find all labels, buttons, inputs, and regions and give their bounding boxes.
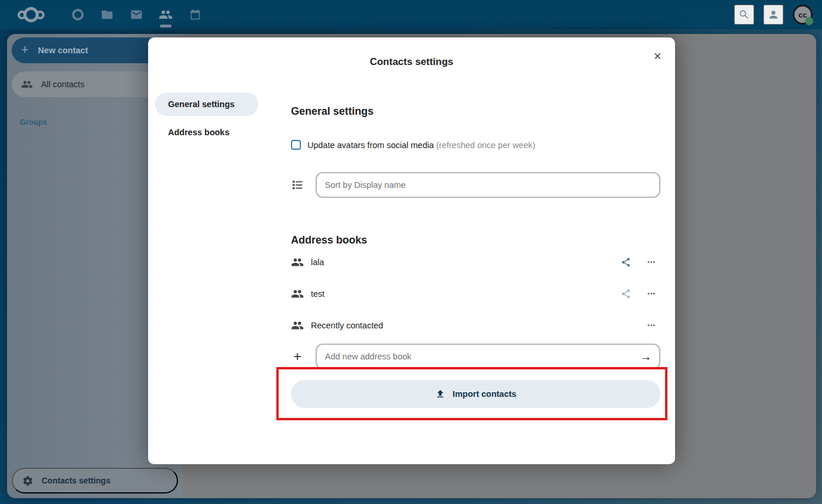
- top-bar-right: cc: [734, 5, 813, 25]
- address-book-row: Recently contacted •••: [291, 310, 660, 341]
- contacts-menu-button[interactable]: [763, 5, 783, 25]
- upload-icon: [435, 389, 446, 399]
- sort-contacts-row: Sort by Display name: [291, 172, 660, 198]
- user-avatar[interactable]: cc: [793, 5, 813, 25]
- modal-body: General settings Address books General s…: [148, 92, 675, 408]
- close-icon[interactable]: ✕: [649, 48, 666, 64]
- import-contacts-button[interactable]: Import contacts: [291, 380, 660, 408]
- nextcloud-logo-icon[interactable]: [13, 7, 49, 22]
- active-app-indicator: [160, 25, 172, 28]
- checkbox-note: (refreshed once per week): [436, 140, 535, 150]
- all-contacts-label: All contacts: [41, 80, 84, 89]
- import-contacts-area: Import contacts: [291, 380, 660, 408]
- app-navigation: [63, 0, 210, 29]
- logo-circle-center: [23, 7, 39, 22]
- more-actions-icon[interactable]: •••: [643, 285, 660, 303]
- plus-icon: +: [291, 348, 304, 365]
- calendar-icon: [189, 9, 201, 21]
- update-avatars-row: Update avatars from social media (refres…: [291, 140, 660, 150]
- add-address-book-input[interactable]: Add new address book →: [316, 344, 660, 369]
- share-icon[interactable]: [617, 253, 635, 271]
- groups-section-label: Groups: [20, 118, 47, 126]
- envelope-icon: [130, 8, 143, 21]
- contacts-settings-modal: ✕ Contacts settings General settings Add…: [148, 37, 675, 464]
- contacts-settings-label: Contacts settings: [42, 476, 110, 485]
- sort-select-value: Sort by Display name: [325, 180, 406, 190]
- app-mail-icon[interactable]: [122, 0, 151, 29]
- address-book-name: test: [311, 289, 617, 299]
- app-dashboard-icon[interactable]: [63, 0, 93, 29]
- app-calendar-icon[interactable]: [180, 0, 210, 29]
- import-contacts-label: Import contacts: [453, 389, 516, 399]
- people-icon: [291, 287, 304, 300]
- address-books-heading: Address books: [291, 234, 660, 246]
- more-actions-icon[interactable]: •••: [643, 253, 660, 271]
- circle-icon: [72, 9, 84, 20]
- search-button[interactable]: [734, 5, 754, 25]
- checkbox-label-text: Update avatars from social media: [307, 140, 434, 150]
- search-icon: [738, 9, 750, 20]
- address-book-name: Recently contacted: [311, 321, 617, 330]
- online-status-dot: [805, 17, 813, 25]
- modal-nav: General settings Address books: [155, 92, 258, 408]
- tab-general-settings[interactable]: General settings: [155, 92, 258, 116]
- people-icon: [21, 78, 33, 90]
- folder-icon: [101, 8, 114, 21]
- address-book-row: test •••: [291, 278, 660, 310]
- add-address-book-placeholder: Add new address book: [325, 352, 412, 361]
- people-icon: [291, 319, 304, 332]
- gear-icon: [22, 475, 33, 486]
- contacts-settings-button[interactable]: Contacts settings: [12, 468, 178, 493]
- people-icon: [291, 256, 304, 269]
- more-actions-icon[interactable]: •••: [643, 317, 660, 334]
- top-bar: cc: [0, 0, 822, 29]
- list-icon: [291, 179, 304, 191]
- share-icon[interactable]: [617, 285, 635, 303]
- sort-select[interactable]: Sort by Display name: [316, 172, 660, 198]
- tab-address-books[interactable]: Address books: [155, 121, 258, 144]
- address-book-name: lala: [311, 258, 617, 267]
- update-avatars-label: Update avatars from social media (refres…: [307, 140, 535, 150]
- modal-content: General settings Update avatars from soc…: [291, 92, 660, 408]
- new-contact-label: New contact: [38, 46, 88, 55]
- address-book-row: lala •••: [291, 246, 660, 278]
- modal-title: Contacts settings: [148, 37, 675, 68]
- update-avatars-checkbox[interactable]: [291, 140, 301, 150]
- person-icon: [768, 9, 779, 20]
- app-files-icon[interactable]: [93, 0, 122, 29]
- plus-icon: +: [21, 42, 29, 57]
- general-settings-heading: General settings: [291, 105, 660, 118]
- people-icon: [159, 8, 173, 22]
- app-contacts-icon[interactable]: [151, 0, 180, 29]
- submit-arrow-icon[interactable]: →: [635, 346, 657, 367]
- add-address-book-row: + Add new address book →: [291, 344, 660, 369]
